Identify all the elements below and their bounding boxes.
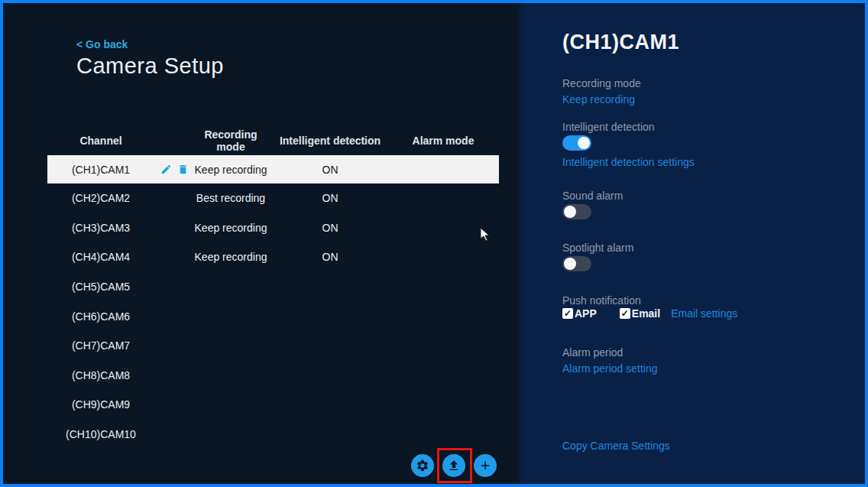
intelligent-detection-cell: ON [273, 222, 387, 234]
table-row-ch8[interactable]: (CH8)CAM8 [47, 361, 499, 391]
upload-icon [447, 459, 461, 472]
table-row-ch9[interactable]: (CH9)CAM9 [47, 390, 499, 420]
table-row-ch6[interactable]: (CH6)CAM6 [47, 301, 499, 331]
recording-mode-value-link[interactable]: Keep recording [562, 93, 635, 106]
page-title: Camera Setup [76, 54, 224, 79]
channel-cell: (CH10)CAM10 [47, 428, 154, 440]
push-notification-options: ✓ APP ✓ Email Email settings [562, 307, 737, 320]
channel-cell: (CH5)CAM5 [47, 281, 154, 293]
app-checkbox-label: APP [575, 307, 597, 320]
app-checkbox[interactable]: ✓ [562, 308, 573, 319]
recording-mode-label: Recording mode [562, 77, 641, 89]
upload-button[interactable] [442, 454, 465, 477]
camera-list-panel: < Go back Camera Setup Channel Recording… [3, 3, 518, 484]
plus-icon [478, 459, 492, 472]
header-channel: Channel [47, 135, 154, 147]
intelligent-detection-toggle[interactable] [562, 135, 591, 151]
toggle-knob [564, 258, 576, 270]
copy-camera-settings-link[interactable]: Copy Camera Settings [562, 440, 670, 452]
recording-mode-cell: Keep recording [189, 222, 273, 234]
go-back-link[interactable]: < Go back [76, 38, 128, 50]
email-checkbox-label: Email [632, 307, 660, 320]
add-camera-button[interactable] [474, 454, 497, 477]
toggle-knob [564, 206, 576, 218]
channel-cell: (CH3)CAM3 [47, 222, 154, 234]
push-notification-label: Push notification [562, 294, 641, 307]
mouse-cursor [480, 227, 491, 242]
email-settings-link[interactable]: Email settings [671, 307, 737, 320]
channel-cell: (CH9)CAM9 [47, 398, 154, 411]
alarm-period-setting-link[interactable]: Alarm period setting [562, 362, 658, 375]
edit-icon[interactable] [160, 163, 172, 176]
channel-cell: (CH6)CAM6 [47, 310, 154, 323]
spotlight-alarm-label: Spotlight alarm [562, 242, 633, 254]
channel-cell: (CH8)CAM8 [47, 369, 154, 381]
spotlight-alarm-toggle[interactable] [562, 256, 591, 271]
channel-cell: (CH4)CAM4 [47, 251, 154, 263]
intelligent-detection-cell: ON [273, 251, 387, 263]
table-row-ch4[interactable]: (CH4)CAM4 Keep recording ON [47, 242, 499, 272]
camera-details-panel: (CH1)CAM1 Recording mode Keep recording … [518, 3, 865, 484]
table-header-row: Channel Recording mode Intelligent detec… [47, 126, 499, 155]
channel-cell: (CH7)CAM7 [47, 339, 154, 352]
email-checkbox[interactable]: ✓ [620, 308, 630, 319]
table-row-ch1[interactable]: (CH1)CAM1 Keep recording ON [47, 155, 499, 183]
delete-icon[interactable] [177, 163, 189, 176]
channel-cell: (CH2)CAM2 [47, 192, 154, 204]
settings-button[interactable] [411, 454, 434, 477]
sound-alarm-toggle[interactable] [562, 204, 591, 219]
intelligent-detection-cell: ON [273, 192, 387, 204]
header-alarm-mode: Alarm mode [387, 135, 499, 147]
camera-details-title: (CH1)CAM1 [562, 31, 679, 54]
toggle-knob [578, 137, 590, 149]
intelligent-detection-cell: ON [273, 164, 387, 176]
gear-icon [416, 459, 429, 472]
recording-mode-cell: Keep recording [189, 251, 273, 263]
table-row-ch2[interactable]: (CH2)CAM2 Best recording ON [47, 183, 499, 213]
table-row-ch3[interactable]: (CH3)CAM3 Keep recording ON [47, 213, 499, 243]
row-actions [154, 163, 189, 176]
alarm-period-label: Alarm period [562, 346, 623, 359]
table-row-ch10[interactable]: (CH10)CAM10 [47, 420, 499, 450]
channel-cell: (CH1)CAM1 [47, 164, 154, 176]
sound-alarm-label: Sound alarm [562, 190, 623, 202]
recording-mode-cell: Keep recording [189, 164, 273, 176]
intelligent-detection-label: Intelligent detection [562, 121, 655, 133]
recording-mode-cell: Best recording [189, 192, 273, 204]
camera-table: Channel Recording mode Intelligent detec… [47, 126, 499, 449]
header-intelligent-detection: Intelligent detection [273, 135, 387, 147]
table-row-ch7[interactable]: (CH7)CAM7 [47, 331, 499, 361]
camera-setup-window: < Go back Camera Setup Channel Recording… [0, 0, 868, 487]
table-row-ch5[interactable]: (CH5)CAM5 [47, 272, 499, 302]
intelligent-detection-settings-link[interactable]: Intelligent detection settings [562, 156, 695, 168]
header-recording-mode: Recording mode [189, 128, 273, 153]
